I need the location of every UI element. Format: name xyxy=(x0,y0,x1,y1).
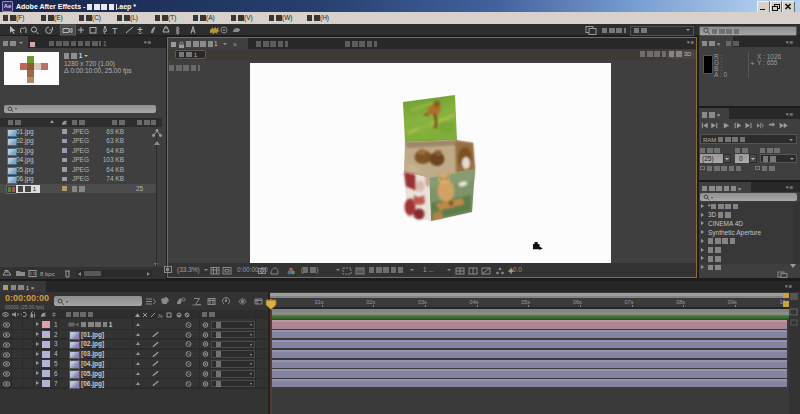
svg-text:8 bpc: 8 bpc xyxy=(40,271,55,277)
svg-text:T: T xyxy=(112,26,118,36)
svg-text:fx: fx xyxy=(158,312,164,318)
